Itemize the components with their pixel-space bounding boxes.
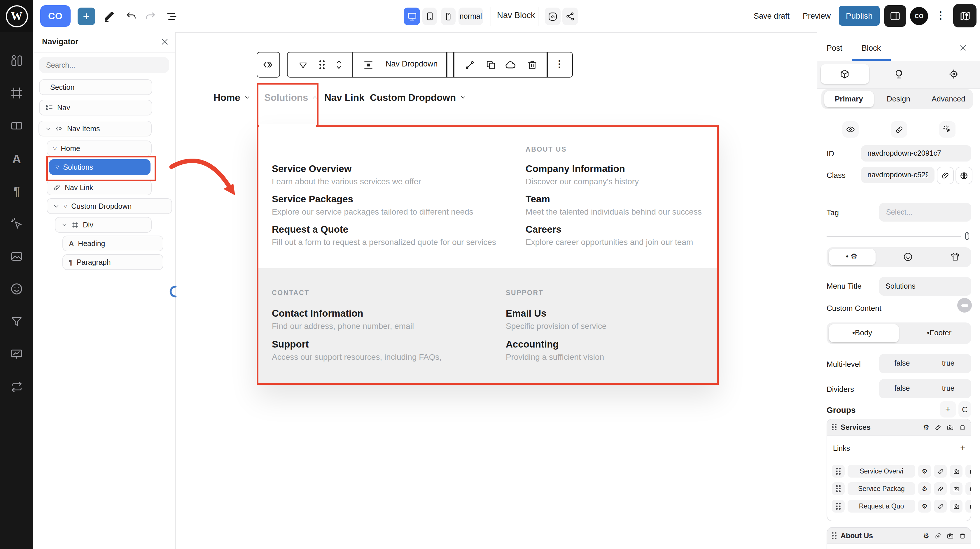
trash-icon[interactable] — [966, 500, 971, 513]
paragraph-icon[interactable]: ¶ — [10, 184, 23, 198]
menu-link-title[interactable]: Careers — [526, 224, 562, 235]
tree-item-custom-dropdown[interactable]: ▽ Custom Dropdown — [47, 198, 172, 214]
tshirt-icon[interactable] — [950, 252, 960, 262]
menu-link-title[interactable]: Team — [526, 194, 550, 205]
toggle-false[interactable]: false — [879, 354, 925, 373]
camera-icon[interactable] — [950, 482, 963, 495]
collapse-groups-button[interactable]: C — [958, 401, 971, 417]
magic-cursor-icon[interactable] — [10, 217, 23, 230]
custom-content-toggle[interactable] — [957, 298, 972, 313]
camera-icon[interactable] — [947, 424, 954, 431]
repeat-icon[interactable] — [10, 380, 23, 394]
tree-item-nav-items[interactable]: Nav Items — [38, 121, 152, 136]
tab-post[interactable]: Post — [827, 44, 842, 52]
smiley-icon[interactable] — [10, 282, 23, 296]
slot-footer[interactable]: •Footer — [927, 328, 951, 337]
menu-link-title[interactable]: Support — [272, 339, 309, 350]
cube-icon[interactable] — [839, 69, 850, 79]
gear-icon[interactable]: ⚙ — [918, 482, 931, 495]
funnel-icon[interactable] — [10, 315, 23, 328]
gear-icon[interactable]: • ⚙ — [846, 252, 858, 261]
class-input[interactable] — [861, 167, 934, 183]
toggle-true[interactable]: true — [925, 354, 971, 373]
menu-link-title[interactable]: Service Packages — [272, 194, 353, 205]
add-group-button[interactable]: + — [940, 401, 956, 417]
toggle-false[interactable]: false — [879, 379, 925, 398]
group-header[interactable]: Services ⚙ — [827, 419, 970, 436]
drag-handle-icon[interactable] — [832, 500, 845, 513]
subtab-primary[interactable]: Primary — [835, 94, 863, 103]
link-icon[interactable] — [934, 532, 942, 539]
dividers-toggle[interactable]: false true — [879, 379, 971, 398]
gear-icon[interactable]: ⚙ — [923, 532, 929, 539]
toggle-true[interactable]: true — [925, 379, 971, 398]
device-mobile-button[interactable] — [441, 8, 456, 25]
trash-icon[interactable] — [959, 424, 966, 431]
navigator-search-input[interactable] — [39, 57, 169, 73]
panel-resize-handle[interactable] — [168, 284, 182, 298]
columns-icon[interactable] — [10, 119, 23, 132]
tree-item-nav[interactable]: Nav — [39, 100, 152, 116]
subtab-design[interactable]: Design — [887, 94, 910, 103]
subtab-advanced[interactable]: Advanced — [932, 94, 966, 103]
align-icon[interactable] — [362, 59, 374, 71]
link-name[interactable]: Service Overvi — [848, 465, 915, 478]
sidebar-toggle-icon[interactable] — [885, 5, 906, 27]
tab-block[interactable]: Block — [862, 44, 881, 52]
save-draft-button[interactable]: Save draft — [754, 12, 789, 21]
tree-item-home[interactable]: ▽ Home — [47, 141, 152, 156]
nav-item-solutions[interactable]: Solutions — [264, 87, 318, 107]
pointer-icon[interactable] — [939, 121, 956, 138]
trash-icon[interactable] — [966, 482, 971, 495]
tree-item-solutions[interactable]: ▽ Solutions — [49, 159, 151, 175]
drag-handle-icon[interactable] — [832, 465, 845, 478]
device-desktop-button[interactable] — [404, 8, 420, 25]
menu-link-title[interactable]: Email Us — [506, 308, 546, 319]
group-header[interactable]: About Us ⚙ — [827, 528, 970, 544]
map-pin-icon[interactable] — [953, 4, 977, 27]
close-icon[interactable] — [161, 37, 170, 47]
link-name[interactable]: Request a Quo — [848, 500, 915, 513]
wordpress-menu-button[interactable]: W — [0, 0, 33, 32]
tree-item-nav-link[interactable]: Nav Link — [47, 179, 152, 195]
link-icon[interactable] — [934, 424, 942, 431]
gear-icon[interactable]: ⚙ — [923, 423, 929, 431]
link-icon[interactable] — [934, 482, 947, 495]
select-parent-button[interactable] — [257, 52, 280, 78]
cloud-icon[interactable] — [504, 59, 516, 71]
add-link-button[interactable]: + — [960, 443, 966, 452]
presentation-icon[interactable] — [10, 347, 23, 361]
link-icon[interactable] — [464, 59, 476, 71]
image-icon[interactable] — [10, 249, 23, 263]
nav-item-custom-dropdown[interactable]: Custom Dropdown — [370, 87, 466, 107]
tree-item-paragraph[interactable]: ¶ Paragraph — [62, 254, 163, 270]
drag-handle-icon[interactable] — [832, 532, 837, 539]
gear-icon[interactable]: ⚙ — [918, 465, 931, 478]
kebab-menu-icon[interactable]: ⋮ — [555, 58, 564, 70]
list-view-icon[interactable] — [165, 10, 178, 23]
slot-body[interactable]: •Body — [852, 328, 872, 337]
link-icon[interactable] — [934, 465, 947, 478]
nav-item-home[interactable]: Home — [213, 87, 251, 107]
mover-icon[interactable] — [333, 59, 345, 71]
brand-avatar[interactable]: CO — [910, 7, 928, 25]
kebab-menu-icon[interactable]: ⋮ — [935, 10, 946, 22]
trash-icon[interactable] — [526, 59, 538, 71]
device-tablet-button[interactable] — [422, 8, 437, 25]
menu-title-input[interactable] — [879, 277, 971, 296]
link-name[interactable]: Service Packag — [848, 482, 915, 495]
gear-icon[interactable]: ⚙ — [918, 500, 931, 513]
tag-select[interactable]: Select... — [879, 203, 971, 222]
frame-icon[interactable] — [10, 86, 23, 100]
brand-button[interactable]: CO — [40, 5, 71, 27]
redo-icon[interactable] — [144, 10, 157, 23]
globe-stand-icon[interactable] — [894, 69, 904, 79]
tree-item-section[interactable]: Section — [39, 79, 152, 95]
camera-icon[interactable] — [950, 500, 963, 513]
heading-icon[interactable]: A — [10, 152, 23, 166]
inserter-button[interactable]: + — [78, 8, 95, 25]
pencil-icon[interactable] — [103, 10, 116, 23]
preview-button[interactable]: Preview — [803, 12, 830, 21]
publish-button[interactable]: Publish — [839, 6, 880, 25]
camera-icon[interactable] — [950, 465, 963, 478]
